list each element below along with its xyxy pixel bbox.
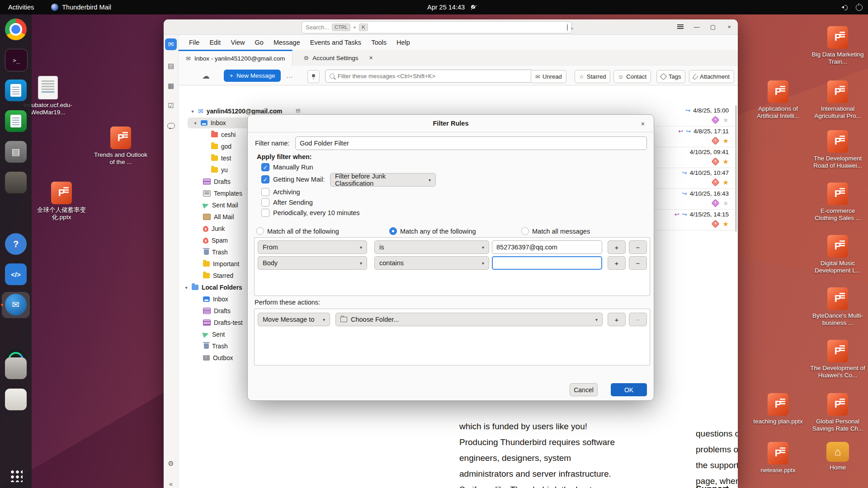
match-any-radio[interactable] [389, 227, 397, 235]
more-options-button[interactable]: … [286, 71, 293, 79]
tab-inbox[interactable]: ✉ Inbox - yanlin451200@gmail.com [179, 50, 292, 66]
filter-contact-button[interactable]: ☺ Contact [613, 70, 651, 83]
manually-run-checkbox[interactable]: ✓ [261, 163, 269, 171]
desktop-icon-teaching-plan[interactable]: teaching plan.pptx [748, 393, 808, 425]
clock-menu[interactable]: Apr 25 14:43 [427, 4, 476, 11]
new-message-button[interactable]: + New Message [224, 70, 281, 82]
chevron-down-icon[interactable]: ▾ [184, 285, 189, 290]
filter-unread-button[interactable]: ✉ Unread [531, 70, 566, 83]
desktop-icon-bytedance[interactable]: ByteDance's Multi-business ... [808, 287, 868, 327]
terminal-icon[interactable]: >_ [5, 49, 28, 71]
filter-tags-button[interactable]: Tags [656, 70, 685, 83]
remove-condition-button[interactable]: − [629, 240, 647, 254]
add-condition-button[interactable]: + [608, 256, 626, 270]
gimp-icon[interactable] [5, 172, 27, 193]
desktop-icon-ai-applications[interactable]: Applications of Artificial Intelli... [748, 80, 808, 120]
show-apps-icon[interactable] [5, 465, 27, 486]
libreoffice-writer-icon[interactable] [5, 80, 27, 101]
calendar-icon[interactable]: ▦ [165, 80, 177, 92]
close-dialog-icon[interactable]: × [638, 119, 647, 128]
chrome-icon[interactable] [5, 19, 27, 40]
periodically-checkbox[interactable] [261, 209, 269, 217]
desktop-icon-big-data[interactable]: Big Data Marketing Train... [808, 26, 868, 66]
tab-account-settings[interactable]: ⚙ Account Settings × [296, 50, 380, 66]
condition1-field-dropdown[interactable]: From ▾ [258, 240, 367, 254]
add-action-button[interactable]: + [608, 313, 626, 326]
choose-folder-dropdown[interactable]: Choose Folder... ▾ [335, 313, 603, 326]
junk-classification-dropdown[interactable]: Filter before Junk Classification ▾ [330, 173, 436, 187]
get-messages-icon[interactable]: ☁↓ [202, 71, 210, 81]
desktop-icon-digital-music[interactable]: Digital Music Development L... [808, 235, 868, 274]
desktop-icon-ecommerce-clothing[interactable]: E-commerce Clothing Sales ... [808, 183, 868, 222]
system-status-area[interactable] [841, 4, 863, 11]
menu-go[interactable]: Go [251, 37, 268, 48]
desktop-icon-savings-cn[interactable]: 全球个人储蓄率变化.pptx [32, 182, 91, 221]
menu-events-tasks[interactable]: Events and Tasks [306, 37, 365, 48]
close-tab-icon[interactable]: × [369, 54, 373, 61]
settings-gear-icon[interactable]: ⚙ [165, 458, 177, 469]
archive-manager-icon[interactable] [5, 357, 27, 379]
quickfilter-search-input[interactable]: Filter these messages <Ctrl+Shift+K> [325, 70, 533, 83]
after-sending-checkbox[interactable] [261, 198, 269, 206]
condition2-value-input[interactable] [492, 256, 602, 270]
window-titlebar[interactable]: Search... CTRL + K — ▢ × [164, 19, 738, 35]
app-menu-button[interactable] [676, 23, 684, 31]
star-icon[interactable]: ★ [723, 200, 729, 206]
desktop-icon-netease[interactable]: netease.pptx [748, 442, 808, 474]
remove-condition-button[interactable]: − [629, 256, 647, 270]
libreoffice-calc-icon[interactable] [5, 110, 27, 132]
thunderbird-icon[interactable]: ✉ [5, 294, 27, 315]
desktop-icon-huawei-co[interactable]: The Development of Huawei's Co... [808, 340, 868, 379]
desktop-icon-huawei-road[interactable]: The Development Road of Huawei... [808, 130, 868, 169]
help-icon[interactable]: ? [5, 233, 27, 255]
maximize-button[interactable]: ▢ [709, 23, 717, 31]
star-icon[interactable]: ★ [723, 179, 729, 186]
tasks-icon[interactable]: ☑ [165, 100, 177, 112]
filter-attachment-button[interactable]: Attachment [689, 70, 734, 83]
menu-tools[interactable]: Tools [367, 37, 391, 48]
ok-button[interactable]: OK [611, 383, 647, 396]
minimize-button[interactable]: — [693, 23, 701, 31]
match-all-radio[interactable] [256, 227, 264, 235]
vscode-icon[interactable]: </> [5, 263, 27, 285]
desktop-icon-home-folder[interactable]: ⌂ Home [808, 442, 868, 471]
close-window-button[interactable]: × [725, 23, 733, 31]
menu-help[interactable]: Help [392, 37, 414, 48]
match-all-messages-radio[interactable] [521, 227, 529, 235]
menu-view[interactable]: View [226, 37, 249, 48]
menu-edit[interactable]: Edit [205, 37, 225, 48]
chevron-down-icon[interactable]: ▾ [190, 109, 195, 114]
desktop-icon-intl-agricultural[interactable]: International Agricultural Pro... [808, 80, 868, 120]
collapse-spaces-icon[interactable]: « [165, 478, 177, 488]
quickfilter-pin-button[interactable] [307, 70, 320, 83]
archiving-checkbox[interactable] [261, 188, 269, 196]
desktop-icon-trends[interactable]: Trends and Outlook of the ... [91, 127, 151, 166]
cancel-button[interactable]: Cancel [570, 383, 598, 396]
condition1-operator-dropdown[interactable]: is ▾ [374, 240, 489, 254]
activities-button[interactable]: Activities [8, 4, 34, 11]
desktop-icon-global-savings[interactable]: Global Personal Savings Rate Ch... [808, 393, 868, 432]
scrollbar[interactable] [735, 105, 737, 232]
chevron-down-icon[interactable]: ▾ [193, 121, 198, 126]
condition2-operator-dropdown[interactable]: contains ▾ [374, 256, 489, 270]
support-page-link[interactable]: Support Page ↗ [696, 484, 738, 488]
add-condition-button[interactable]: + [608, 240, 626, 254]
star-icon[interactable]: ★ [723, 117, 729, 123]
condition2-field-dropdown[interactable]: Body ▾ [258, 256, 367, 270]
menu-file[interactable]: File [185, 37, 203, 48]
filter-starred-button[interactable]: ☆ Starred [575, 70, 610, 83]
address-book-icon[interactable]: ▤ [165, 60, 177, 72]
menu-message[interactable]: Message [269, 37, 304, 48]
remove-action-button[interactable]: − [629, 313, 647, 326]
global-search-input[interactable]: Search... CTRL + K [302, 21, 572, 33]
star-icon[interactable]: ★ [723, 158, 729, 165]
files-icon[interactable]: ▤ [5, 141, 27, 163]
getting-new-mail-checkbox[interactable]: ✓ [261, 175, 269, 183]
software-center-icon[interactable] [5, 389, 27, 410]
condition1-value-input[interactable] [492, 240, 602, 254]
filter-name-input[interactable] [295, 136, 647, 150]
star-icon[interactable]: ★ [723, 137, 729, 144]
action-type-dropdown[interactable]: Move Message to ▾ [258, 313, 330, 326]
star-icon[interactable]: ★ [723, 221, 729, 227]
chat-icon[interactable] [165, 120, 177, 131]
